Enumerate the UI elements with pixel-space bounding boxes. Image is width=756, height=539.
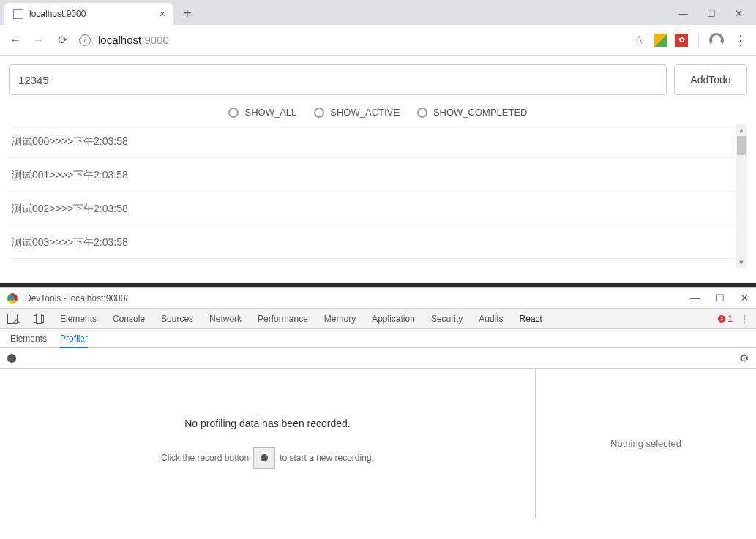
- scroll-thumb[interactable]: [737, 136, 746, 155]
- site-info-icon[interactable]: i: [79, 34, 91, 46]
- error-indicator[interactable]: × 1: [718, 314, 733, 324]
- scroll-track[interactable]: [736, 155, 747, 257]
- tab-title: localhost:9000: [29, 9, 86, 19]
- tab-application[interactable]: Application: [372, 314, 415, 324]
- divider: [698, 33, 699, 48]
- close-tab-icon[interactable]: ×: [160, 9, 165, 19]
- profiler-empty-state: No profiling data has been recorded. Cli…: [0, 369, 536, 518]
- profile-avatar-icon[interactable]: [709, 33, 724, 48]
- browser-menu-icon[interactable]: ⋮: [734, 32, 747, 48]
- devtools-minimize-icon[interactable]: —: [690, 293, 700, 304]
- reload-icon[interactable]: ⟳: [56, 33, 69, 47]
- tab-performance[interactable]: Performance: [258, 314, 308, 324]
- filter-row: SHOW_ALL SHOW_ACTIVE SHOW_COMPLETED: [9, 95, 747, 124]
- radio-icon: [228, 108, 239, 118]
- devtools-maximize-icon[interactable]: ☐: [716, 293, 725, 304]
- error-count: 1: [727, 314, 733, 324]
- tab-sources[interactable]: Sources: [161, 314, 193, 324]
- profiler-toolbar: ⚙: [0, 348, 756, 369]
- filter-show-active[interactable]: SHOW_ACTIVE: [314, 107, 400, 118]
- chrome-logo-icon: [7, 293, 18, 304]
- right-panel-text: Nothing selected: [610, 438, 681, 449]
- profiler-message-2a: Click the record button: [161, 453, 249, 463]
- subtab-profiler[interactable]: Profiler: [60, 329, 88, 348]
- todo-list: 测试000>>>>下午2:03:58 测试001>>>>下午2:03:58 测试…: [9, 124, 747, 268]
- devtools-menu-icon[interactable]: ⋮: [740, 314, 749, 324]
- tab-elements[interactable]: Elements: [60, 314, 97, 324]
- list-item[interactable]: 测试003>>>>下午2:03:58: [9, 225, 747, 259]
- window-minimize-icon[interactable]: —: [678, 8, 688, 19]
- extension-icon-2[interactable]: ✿: [675, 34, 688, 47]
- tab-console[interactable]: Console: [113, 314, 145, 324]
- subtab-elements[interactable]: Elements: [10, 333, 47, 344]
- vertical-scrollbar[interactable]: ▲ ▼: [736, 124, 747, 268]
- tab-security[interactable]: Security: [431, 314, 463, 324]
- devtools-close-icon[interactable]: ✕: [741, 293, 749, 304]
- tab-audits[interactable]: Audits: [479, 314, 503, 324]
- list-item[interactable]: 测试001>>>>下午2:03:58: [9, 158, 747, 192]
- todo-input[interactable]: [9, 64, 667, 95]
- spacer: [0, 277, 756, 283]
- url-host: localhost:: [98, 34, 144, 46]
- page-icon: [13, 9, 23, 19]
- list-item[interactable]: 测试002>>>>下午2:03:58: [9, 192, 747, 225]
- tab-react[interactable]: React: [520, 314, 542, 324]
- devtools-window: DevTools - localhost:9000/ — ☐ ✕ Element…: [0, 287, 756, 518]
- scroll-down-icon[interactable]: ▼: [736, 257, 747, 268]
- profiler-message-2b: to start a new recording.: [280, 453, 374, 463]
- radio-icon: [417, 108, 427, 118]
- list-item[interactable]: 测试000>>>>下午2:03:58: [9, 124, 747, 158]
- profiler-right-panel: Nothing selected: [536, 369, 756, 518]
- browser-tab[interactable]: localhost:9000 ×: [4, 3, 173, 25]
- new-tab-button[interactable]: +: [173, 5, 199, 25]
- error-icon: ×: [718, 315, 725, 323]
- add-todo-button[interactable]: AddTodo: [674, 64, 747, 95]
- devtools-tabs: Elements Console Sources Network Perform…: [0, 309, 756, 329]
- url-port: 9000: [144, 34, 168, 46]
- extension-icon-1[interactable]: [654, 34, 667, 47]
- radio-icon: [314, 108, 324, 118]
- filter-show-all[interactable]: SHOW_ALL: [228, 107, 296, 118]
- settings-gear-icon[interactable]: ⚙: [739, 352, 749, 365]
- window-maximize-icon[interactable]: ☐: [707, 8, 716, 19]
- profiler-message-1: No profiling data has been recorded.: [184, 418, 350, 429]
- address-bar: ← → ⟳ i localhost:9000 ☆ ✿ ⋮: [0, 25, 756, 56]
- filter-label: SHOW_COMPLETED: [433, 107, 528, 118]
- devtools-title-bar: DevTools - localhost:9000/ — ☐ ✕: [0, 288, 756, 309]
- page-content: AddTodo SHOW_ALL SHOW_ACTIVE SHOW_COMPLE…: [0, 56, 756, 277]
- back-icon[interactable]: ←: [9, 34, 22, 47]
- tab-memory[interactable]: Memory: [324, 314, 356, 324]
- react-subtabs: Elements Profiler: [0, 329, 756, 348]
- filter-show-completed[interactable]: SHOW_COMPLETED: [417, 107, 528, 118]
- window-title-bar: localhost:9000 × + — ☐ ✕: [0, 0, 756, 25]
- scroll-up-icon[interactable]: ▲: [736, 124, 747, 136]
- bookmark-star-icon[interactable]: ☆: [634, 33, 644, 47]
- url-box[interactable]: i localhost:9000: [79, 34, 618, 46]
- filter-label: SHOW_ACTIVE: [330, 107, 400, 118]
- record-dot-icon: [261, 454, 268, 461]
- inspect-element-icon[interactable]: [7, 314, 18, 324]
- tab-network[interactable]: Network: [209, 314, 242, 324]
- forward-icon[interactable]: →: [32, 34, 45, 47]
- filter-label: SHOW_ALL: [244, 107, 296, 118]
- inline-record-button[interactable]: [253, 447, 275, 469]
- record-button-icon[interactable]: [7, 354, 16, 363]
- toggle-device-icon[interactable]: [34, 315, 44, 323]
- window-close-icon[interactable]: ✕: [735, 8, 743, 19]
- devtools-title: DevTools - localhost:9000/: [25, 293, 128, 304]
